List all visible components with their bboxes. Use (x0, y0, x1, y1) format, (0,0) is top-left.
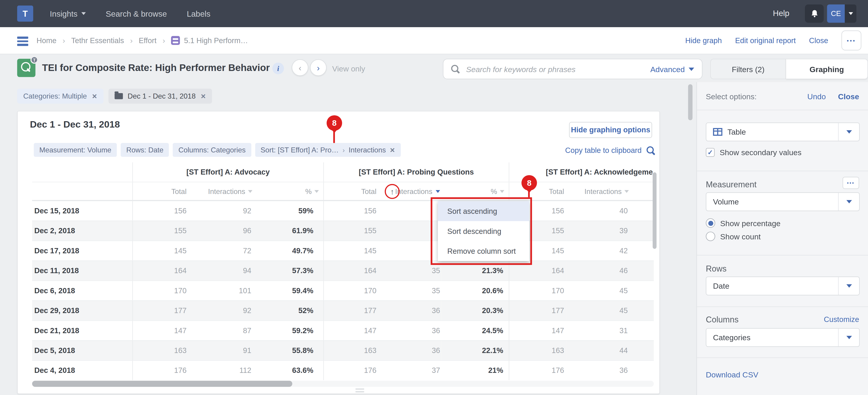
customize-columns-link[interactable]: Customize (824, 315, 859, 323)
table-row-dec-29-2018[interactable]: Dec 29, 20181779252%1773620.3%17745 (32, 300, 654, 320)
table-horizontal-scrollbar[interactable] (32, 380, 654, 387)
column-header-interactions[interactable]: Interactions (566, 182, 630, 200)
table-row-dec-15-2018[interactable]: Dec 15, 20181569259%15615640 (32, 201, 654, 220)
value-cell: 24.5% (441, 320, 509, 340)
nav-item-label: Insights (50, 9, 78, 18)
resize-handle[interactable] (355, 388, 364, 392)
app-window: T InsightsSearch & browseLabels Help CE … (0, 0, 868, 395)
account-menu[interactable]: CE (827, 4, 857, 23)
value-cell: 20.6% (441, 280, 509, 300)
select-caret[interactable] (838, 277, 859, 295)
radio-show-percentage[interactable] (706, 218, 715, 228)
close-icon[interactable]: ✕ (92, 92, 97, 100)
tab-filters[interactable]: Filters (2) (710, 59, 786, 79)
chevron-down-icon[interactable] (624, 190, 629, 193)
rows-select[interactable]: Date (706, 277, 860, 295)
table-row-dec-4-2018[interactable]: Dec 4, 201817611263.6%1763721%17636 (32, 360, 654, 380)
close-sidebar-link[interactable]: Close (838, 92, 859, 101)
chevron-down-icon[interactable] (248, 190, 252, 193)
chevron-down-icon[interactable] (436, 190, 440, 193)
nav-item-insights[interactable]: Insights (50, 9, 86, 18)
value-cell: 155 (323, 221, 379, 241)
hide-graphing-options-button[interactable]: Hide graphing options (569, 122, 652, 138)
table-row-dec-17-2018[interactable]: Dec 17, 20181457249.7%14514542 (32, 241, 654, 260)
filter-chip-dec-1-dec-31-2018[interactable]: Dec 1 - Dec 31, 2018✕ (108, 89, 212, 104)
close-report-link[interactable]: Close (809, 36, 828, 45)
search-icon (451, 65, 459, 73)
column-header-interactions[interactable]: Interactions (189, 182, 253, 200)
measurement-options-button[interactable]: ••• (842, 177, 859, 189)
graphing-chip-measurement-volume[interactable]: Measurement: Volume (34, 143, 117, 157)
nav-item-label: Labels (187, 9, 210, 18)
table-row-dec-5-2018[interactable]: Dec 5, 20181639155.8%1633622.1%16344 (32, 340, 654, 360)
value-cell: 59.2% (253, 320, 323, 340)
value-cell: 155 (132, 221, 189, 241)
scrollbar-thumb[interactable] (32, 380, 292, 387)
tab-graphing[interactable]: Graphing (786, 59, 868, 79)
forward-button[interactable]: › (310, 59, 327, 76)
undo-link[interactable]: Undo (807, 92, 826, 101)
graphing-chip-label: Measurement: Volume (39, 146, 111, 154)
value-cell: 101 (189, 280, 253, 300)
sort-chip-prefix: Sort: [ST Effort] A: Pro… (260, 146, 339, 154)
breadcrumb-item-effort[interactable]: Effort (139, 36, 157, 45)
menu-toggle-button[interactable] (17, 36, 28, 46)
value-cell: 145 (132, 241, 189, 260)
notifications-button[interactable] (805, 4, 824, 23)
chevron-down-icon (846, 284, 851, 288)
radio-row-show-percentage: Show percentage (706, 218, 859, 228)
show-secondary-label: Show secondary values (720, 148, 801, 157)
chevron-right-icon: › (130, 36, 133, 45)
page-scrollbar[interactable] (688, 84, 692, 120)
column-header-empty (630, 182, 654, 200)
table-row-dec-21-2018[interactable]: Dec 21, 20181478759.2%1473624.5%14731 (32, 320, 654, 340)
hide-graph-link[interactable]: Hide graph (685, 36, 722, 45)
column-header-[interactable]: % (253, 182, 323, 200)
close-icon[interactable]: ✕ (200, 92, 206, 100)
value-cell: 36 (379, 340, 441, 360)
measurement-select[interactable]: Volume (706, 192, 860, 211)
more-options-button[interactable]: ••• (841, 31, 861, 51)
edit-original-report-link[interactable]: Edit original report (735, 36, 796, 45)
show-secondary-checkbox[interactable]: ✓ (706, 148, 715, 157)
breadcrumb-item-tethr-essentials[interactable]: Tethr Essentials (71, 36, 124, 45)
spacer-cell (32, 182, 132, 200)
breadcrumb-current[interactable]: 5.1 High Perform… (171, 36, 248, 45)
select-caret[interactable] (838, 193, 859, 210)
table-row-dec-11-2018[interactable]: Dec 11, 20181649457.3%1643521.3%16446 (32, 260, 654, 280)
breadcrumb-item-home[interactable]: Home (36, 36, 56, 45)
column-header-total[interactable]: Total (132, 182, 189, 200)
nav-item-search-browse[interactable]: Search & browse (106, 9, 167, 18)
back-button[interactable]: ‹ (292, 59, 308, 76)
info-icon[interactable]: i (272, 62, 284, 74)
close-icon[interactable]: ✕ (390, 146, 395, 154)
value-cell: 36 (379, 300, 441, 320)
select-caret[interactable] (838, 329, 859, 346)
column-header-total[interactable]: Total (323, 182, 379, 200)
help-link[interactable]: Help (773, 9, 789, 18)
download-csv-link[interactable]: Download CSV (706, 370, 758, 379)
table-search-icon[interactable] (647, 146, 655, 154)
advanced-search-button[interactable]: Advanced (650, 64, 694, 74)
copy-table-button[interactable]: Copy table to clipboard (565, 146, 655, 154)
chevron-down-icon[interactable] (314, 190, 319, 193)
graphing-chip-columns-categories[interactable]: Columns: Categories (173, 143, 251, 157)
tethr-logo[interactable]: T (17, 5, 33, 22)
search-input[interactable] (465, 64, 645, 74)
value-cell (630, 221, 654, 241)
radio-show-count[interactable] (706, 232, 715, 241)
select-caret[interactable] (838, 123, 859, 141)
value-cell: 63.6% (253, 360, 323, 380)
table-row-dec-6-2018[interactable]: Dec 6, 201817010159.4%1703520.6%17045 (32, 280, 654, 300)
chevron-down-icon[interactable] (500, 190, 504, 193)
columns-select[interactable]: Categories (706, 328, 860, 347)
graphing-chip-sort[interactable]: Sort: [ST Effort] A: Pro…›Interactions✕ (255, 143, 401, 157)
nav-item-labels[interactable]: Labels (187, 9, 210, 18)
table-vertical-scrollbar[interactable] (653, 172, 656, 249)
table-row-dec-2-2018[interactable]: Dec 2, 20181559661.9%15515539 (32, 221, 654, 241)
filter-chip-categories-multiple[interactable]: Categories: Multiple✕ (17, 89, 103, 104)
chevron-down-icon (846, 200, 851, 203)
value-cell: 87 (189, 320, 253, 340)
graphing-chip-rows-date[interactable]: Rows: Date (121, 143, 169, 157)
chart-type-select[interactable]: Table (706, 122, 860, 141)
